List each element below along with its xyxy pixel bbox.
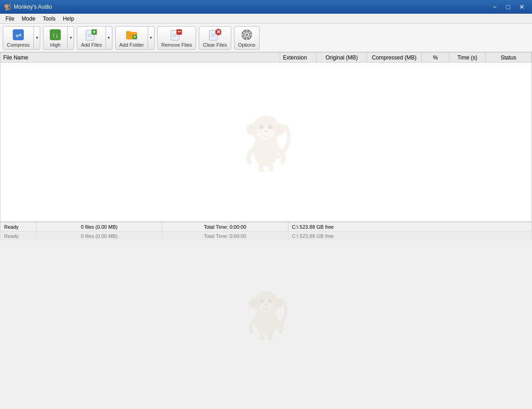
compress-icon: ⇌	[12, 28, 25, 41]
add-folder-arrow[interactable]: ▾	[148, 27, 154, 49]
status-bar: Ready 0 files (0.00 MB) Total Time: 0:00…	[0, 222, 532, 231]
high-button-group: ↑↓ High ▾	[43, 26, 74, 50]
add-folder-button[interactable]: + Add Folder	[116, 27, 148, 49]
svg-point-34	[249, 126, 256, 133]
svg-point-54	[265, 303, 268, 305]
clear-files-button[interactable]: ✕ Clear Files	[199, 27, 231, 49]
clear-files-button-group: ✕ Clear Files	[199, 26, 231, 50]
add-folder-label: Add Folder	[119, 42, 144, 48]
status-disk: C:\ 523.88 GB free	[288, 222, 532, 231]
status-ready: Ready	[0, 222, 37, 231]
menu-file[interactable]: File	[2, 15, 18, 23]
add-files-button[interactable]: + Add Files	[77, 27, 106, 49]
options-button[interactable]: Options	[234, 27, 259, 49]
clear-files-label: Clear Files	[203, 42, 227, 48]
toolbar: ⇌ Compress ▾ ↑↓ High ▾ + Add Files	[0, 24, 532, 52]
col-status-header: Status	[486, 53, 532, 62]
high-arrow[interactable]: ▾	[67, 27, 74, 49]
svg-rect-24	[246, 38, 247, 40]
svg-point-40	[261, 125, 263, 127]
monkey-watermark-bottom	[234, 276, 298, 340]
high-label: High	[50, 42, 61, 48]
compress-button-group: ⇌ Compress ▾	[3, 26, 40, 50]
svg-point-41	[271, 125, 272, 127]
svg-point-50	[260, 299, 264, 302]
add-folder-icon: +	[125, 28, 138, 41]
status-disk-ghost: C:\ 523.88 GB free	[288, 231, 532, 240]
svg-rect-25	[242, 34, 244, 35]
svg-text:✕: ✕	[216, 29, 221, 35]
add-files-icon: +	[85, 28, 98, 41]
bottom-area	[0, 240, 532, 409]
high-button[interactable]: ↑↓ High	[43, 27, 67, 49]
add-files-label: Add Files	[81, 42, 102, 48]
menu-tools[interactable]: Tools	[39, 15, 59, 23]
file-list-header: File Name Extension Original (MB) Compre…	[0, 53, 532, 63]
options-button-group: Options	[234, 26, 260, 50]
svg-text:⇌: ⇌	[16, 31, 21, 39]
app-title: Monkey's Audio	[14, 4, 52, 10]
maximize-button[interactable]: □	[502, 2, 515, 12]
options-icon	[240, 28, 253, 41]
col-filename-header: File Name	[0, 53, 280, 62]
svg-point-38	[260, 124, 264, 129]
add-files-arrow[interactable]: ▾	[106, 27, 112, 49]
col-time-header: Time (s)	[449, 53, 486, 62]
svg-point-53	[270, 299, 271, 301]
svg-point-51	[268, 299, 271, 302]
menu-help[interactable]: Help	[59, 15, 78, 23]
close-button[interactable]: ✕	[516, 2, 528, 12]
file-list-container: File Name Extension Original (MB) Compre…	[0, 52, 532, 222]
title-bar-left: 🐒 Monkey's Audio	[4, 3, 52, 11]
svg-point-42	[264, 130, 268, 132]
compress-arrow[interactable]: ▾	[33, 27, 40, 49]
title-bar-controls: − □ ✕	[488, 2, 528, 12]
status-bar-ghost: Ready 0 files (0.00 MB) Total Time: 0:00…	[0, 231, 532, 240]
app-icon: 🐒	[4, 3, 11, 11]
remove-files-button-group: − Remove Files	[157, 26, 196, 50]
svg-point-52	[262, 299, 264, 301]
remove-files-label: Remove Files	[161, 42, 192, 48]
remove-files-button[interactable]: − Remove Files	[158, 27, 196, 49]
svg-text:↑↓: ↑↓	[52, 32, 59, 39]
status-time: Total Time: 0:00:00	[162, 222, 288, 231]
svg-point-37	[257, 126, 275, 140]
file-list-body	[0, 63, 532, 221]
compress-button[interactable]: ⇌ Compress	[3, 27, 33, 49]
high-icon: ↑↓	[49, 28, 62, 41]
status-files: 0 files (0.00 MB)	[37, 222, 162, 231]
svg-text:−: −	[177, 28, 181, 35]
monkey-watermark	[229, 98, 303, 172]
svg-point-49	[258, 300, 274, 312]
col-extension-header: Extension	[280, 53, 317, 62]
add-folder-button-group: + Add Folder ▾	[115, 26, 154, 50]
minimize-button[interactable]: −	[488, 2, 501, 12]
status-files-ghost: 0 files (0.00 MB)	[37, 231, 162, 240]
title-bar: 🐒 Monkey's Audio − □ ✕	[0, 0, 532, 14]
clear-files-icon: ✕	[208, 28, 221, 41]
options-label: Options	[238, 42, 255, 48]
menu-mode[interactable]: Mode	[18, 15, 39, 23]
remove-files-icon: −	[170, 28, 183, 41]
col-percent-header: %	[422, 53, 449, 62]
status-time-ghost: Total Time: 0:00:00	[162, 231, 288, 240]
svg-rect-26	[250, 34, 252, 35]
add-files-button-group: + Add Files ▾	[77, 26, 112, 50]
svg-point-46	[250, 300, 257, 306]
svg-rect-23	[246, 30, 247, 32]
col-compressed-header: Compressed (MB)	[367, 53, 422, 62]
col-original-header: Original (MB)	[317, 53, 367, 62]
svg-text:+: +	[133, 34, 136, 39]
status-ready-ghost: Ready	[0, 231, 37, 240]
svg-text:+: +	[93, 29, 96, 35]
svg-point-39	[268, 124, 273, 129]
compress-label: Compress	[7, 42, 30, 48]
menu-bar: File Mode Tools Help	[0, 14, 532, 24]
